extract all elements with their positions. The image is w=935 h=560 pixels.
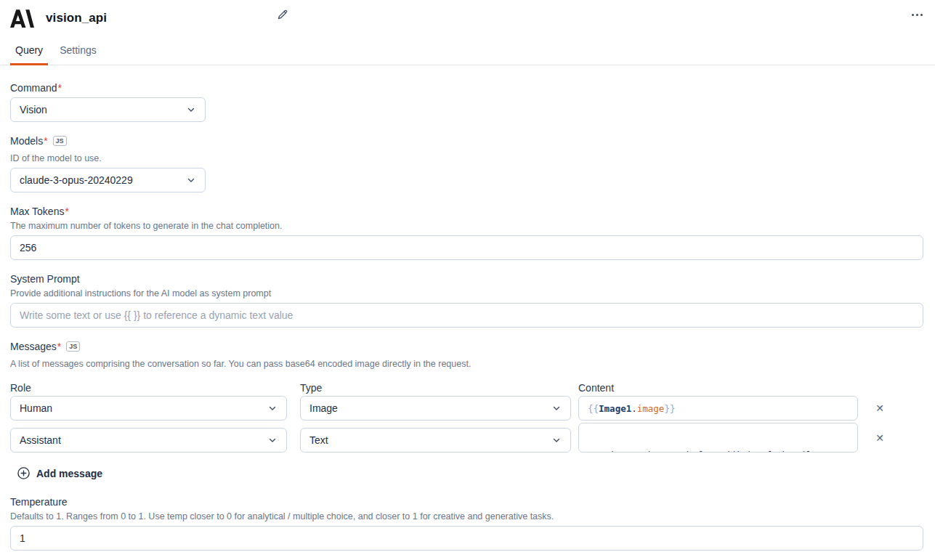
- temperature-help: Defaults to 1. Ranges from 0 to 1. Use t…: [10, 511, 923, 522]
- column-header-role: Role: [10, 381, 287, 394]
- models-select-value: claude-3-opus-20240229: [20, 174, 133, 186]
- ellipsis-icon: [912, 14, 914, 16]
- message-type-value: Text: [309, 434, 328, 446]
- message-role-value: Assistant: [20, 434, 61, 446]
- js-toggle-badge[interactable]: JS: [66, 341, 80, 352]
- messages-help: A list of messages comprising the conver…: [10, 358, 923, 370]
- system-prompt-input[interactable]: [10, 303, 923, 328]
- message-row: Human Image {{Image1.image}} ✕: [10, 396, 923, 421]
- tab-settings[interactable]: Settings: [54, 41, 102, 65]
- tab-query[interactable]: Query: [10, 41, 48, 65]
- chevron-down-icon: [551, 403, 562, 413]
- message-type-value: Image: [309, 402, 338, 414]
- models-help: ID of the model to use.: [10, 153, 923, 164]
- command-select[interactable]: Vision: [10, 97, 206, 122]
- edit-title-button[interactable]: [275, 7, 289, 21]
- chevron-down-icon: [267, 435, 278, 445]
- required-marker: *: [58, 81, 62, 94]
- binding-dot: .: [631, 403, 637, 414]
- temperature-input[interactable]: [10, 526, 923, 551]
- models-label: Models* JS: [10, 134, 923, 147]
- column-header-type: Type: [300, 381, 571, 394]
- remove-message-button[interactable]: ✕: [874, 402, 886, 415]
- message-row: Assistant Text mentions a bug, ask for a…: [10, 423, 923, 453]
- max-tokens-input[interactable]: [10, 235, 923, 260]
- app-header: vision_api: [0, 0, 935, 32]
- temperature-label: Temperature: [10, 495, 923, 508]
- max-tokens-help: The maximum number of tokens to generate…: [10, 220, 923, 232]
- add-message-label: Add message: [36, 468, 102, 479]
- more-options-button[interactable]: [910, 8, 924, 21]
- required-marker: *: [57, 340, 61, 353]
- message-role-select[interactable]: Assistant: [10, 428, 287, 453]
- system-prompt-help: Provide additional instructions for the …: [10, 288, 923, 299]
- system-prompt-label: System Prompt: [10, 272, 923, 285]
- remove-message-button[interactable]: ✕: [874, 431, 886, 445]
- tab-bar: Query Settings: [0, 41, 935, 65]
- anthropic-logo: [10, 9, 34, 28]
- message-type-select[interactable]: Text: [300, 428, 571, 453]
- binding-close-brace: }}: [664, 403, 675, 414]
- plus-circle-icon: [17, 467, 30, 479]
- command-select-value: Vision: [20, 104, 47, 115]
- message-role-select[interactable]: Human: [10, 396, 287, 421]
- chevron-down-icon: [186, 105, 196, 115]
- pencil-icon: [277, 9, 288, 20]
- chevron-down-icon: [551, 435, 562, 445]
- models-select[interactable]: claude-3-opus-20240229: [10, 168, 206, 192]
- required-marker: *: [44, 134, 47, 147]
- chevron-down-icon: [267, 403, 278, 413]
- messages-column-headers: Role Type Content: [10, 381, 923, 394]
- command-label: Command*: [10, 81, 923, 94]
- messages-label: Messages* JS: [10, 340, 923, 353]
- binding-entity: Image1: [599, 403, 631, 414]
- binding-property: image: [637, 403, 665, 414]
- binding-open-brace: {{: [588, 403, 599, 414]
- required-marker: *: [65, 205, 68, 218]
- page-title: vision_api: [46, 11, 107, 25]
- message-type-select[interactable]: Image: [300, 396, 571, 421]
- js-toggle-badge[interactable]: JS: [53, 136, 67, 146]
- add-message-button[interactable]: Add message: [17, 467, 102, 479]
- content-line: mentions a bug, ask for additional detai…: [588, 448, 849, 453]
- column-header-content: Content: [578, 381, 858, 394]
- message-role-value: Human: [20, 402, 52, 414]
- message-content-input[interactable]: mentions a bug, ask for additional detai…: [578, 423, 858, 453]
- max-tokens-label: Max Tokens*: [10, 205, 923, 218]
- message-content-input[interactable]: {{Image1.image}}: [578, 396, 858, 421]
- query-form: Command* Vision Models* JS ID of the mod…: [0, 65, 935, 551]
- chevron-down-icon: [186, 175, 196, 185]
